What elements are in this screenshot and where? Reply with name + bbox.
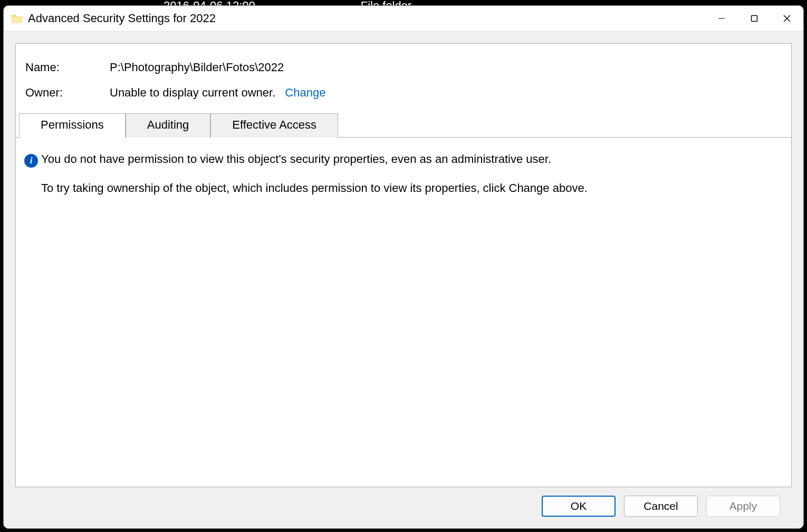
tab-auditing-label: Auditing: [147, 118, 189, 131]
cancel-button[interactable]: Cancel: [624, 496, 698, 517]
tab-effective-access[interactable]: Effective Access: [210, 113, 338, 138]
minimize-button[interactable]: [705, 6, 738, 31]
tab-content: i You do not have permission to view thi…: [16, 138, 791, 487]
svg-rect-1: [752, 16, 757, 22]
content-outer: Name: P:\Photography\Bilder\Fotos\2022 O…: [4, 32, 803, 528]
tab-permissions-label: Permissions: [41, 118, 104, 131]
message-line-1: You do not have permission to view this …: [41, 152, 551, 166]
titlebar[interactable]: Advanced Security Settings for 2022: [4, 6, 803, 32]
change-owner-link[interactable]: Change: [285, 86, 325, 100]
cancel-button-label: Cancel: [643, 500, 678, 512]
name-value: P:\Photography\Bilder\Fotos\2022: [110, 61, 284, 74]
dialog-window: Advanced Security Settings for 2022 Name…: [3, 5, 804, 529]
maximize-button[interactable]: [738, 6, 771, 31]
owner-label: Owner:: [25, 86, 110, 100]
message-line-2: To try taking ownership of the object, w…: [41, 181, 783, 195]
apply-button-label: Apply: [729, 500, 757, 512]
name-row: Name: P:\Photography\Bilder\Fotos\2022: [25, 61, 782, 74]
content-panel: Name: P:\Photography\Bilder\Fotos\2022 O…: [15, 43, 792, 487]
window-controls: [705, 6, 803, 31]
tab-permissions[interactable]: Permissions: [19, 113, 126, 138]
owner-value: Unable to display current owner.: [110, 86, 275, 100]
permission-message: i You do not have permission to view thi…: [24, 152, 783, 168]
button-row: OK Cancel Apply: [15, 487, 792, 528]
ok-button-label: OK: [571, 500, 587, 512]
tab-effective-access-label: Effective Access: [232, 118, 316, 131]
info-icon: i: [24, 154, 38, 168]
folder-icon: [11, 14, 23, 23]
close-button[interactable]: [771, 6, 803, 31]
info-rows: Name: P:\Photography\Bilder\Fotos\2022 O…: [16, 44, 791, 112]
tab-auditing[interactable]: Auditing: [126, 113, 211, 138]
owner-row: Owner: Unable to display current owner. …: [25, 86, 782, 100]
apply-button: Apply: [706, 496, 780, 517]
name-label: Name:: [25, 61, 110, 74]
window-title: Advanced Security Settings for 2022: [28, 12, 216, 25]
ok-button[interactable]: OK: [542, 496, 616, 517]
tabbar: Permissions Auditing Effective Access: [16, 113, 791, 138]
